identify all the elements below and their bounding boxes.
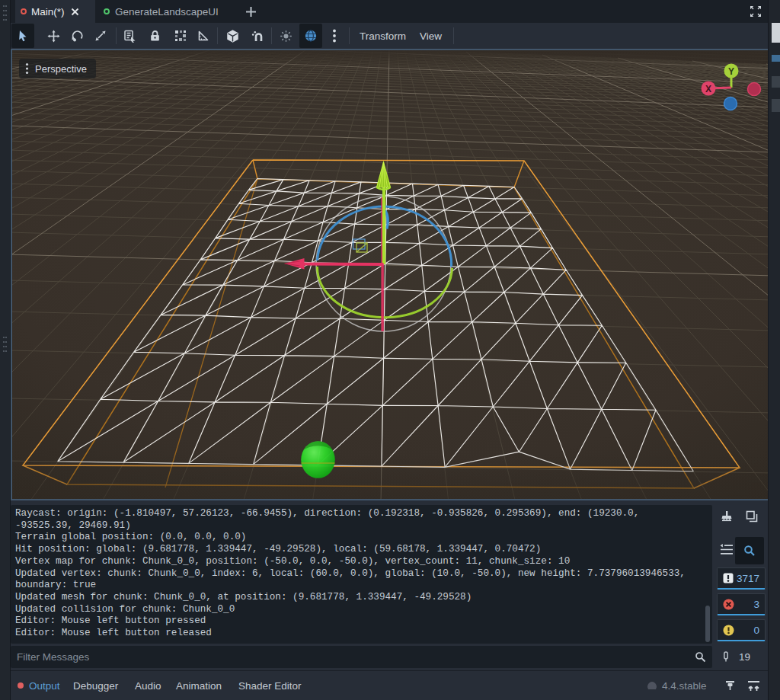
svg-text:Y: Y [728, 66, 734, 77]
svg-text:X: X [705, 84, 711, 94]
